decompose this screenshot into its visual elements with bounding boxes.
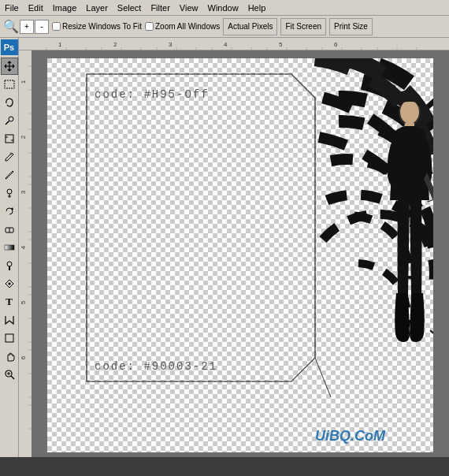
- tool-history-brush[interactable]: [1, 203, 18, 220]
- svg-text:6: 6: [334, 41, 338, 48]
- menu-file[interactable]: File: [0, 2, 24, 14]
- canvas-content: code: #H95-Off code: #90003-21: [47, 58, 433, 452]
- svg-point-6: [9, 153, 12, 155]
- svg-text:5: 5: [279, 41, 283, 48]
- tool-zoom[interactable]: [1, 366, 18, 383]
- tool-brush[interactable]: [1, 166, 18, 184]
- menubar: File Edit Image Layer Select Filter View…: [0, 0, 449, 16]
- tool-lasso[interactable]: [1, 94, 18, 111]
- svg-text:code: #H95-Off: code: #H95-Off: [95, 88, 210, 101]
- svg-text:1: 1: [20, 80, 27, 84]
- menu-filter[interactable]: Filter: [146, 2, 174, 14]
- svg-text:2: 2: [20, 135, 27, 139]
- svg-text:4: 4: [20, 245, 27, 249]
- menu-help[interactable]: Help: [243, 2, 271, 14]
- resize-windows-checkbox[interactable]: [52, 22, 61, 31]
- tool-move[interactable]: [1, 58, 18, 75]
- svg-text:2: 2: [113, 41, 117, 48]
- svg-text:UiBQ.CoM: UiBQ.CoM: [315, 428, 386, 444]
- svg-text:3: 3: [20, 190, 27, 194]
- actual-pixels-btn[interactable]: Actual Pixels: [223, 18, 277, 35]
- ps-logo: Ps: [1, 39, 18, 55]
- tool-clone-stamp[interactable]: [1, 184, 18, 202]
- zoom-out-btn[interactable]: -: [35, 20, 49, 34]
- svg-text:4: 4: [224, 41, 228, 48]
- menu-select[interactable]: Select: [113, 2, 147, 14]
- svg-rect-10: [5, 245, 14, 250]
- menu-view[interactable]: View: [175, 2, 203, 14]
- tool-eraser[interactable]: [1, 221, 18, 238]
- ruler-top: 1 2 3 4 5 6: [19, 38, 449, 50]
- svg-text:6: 6: [20, 355, 27, 359]
- svg-line-16: [11, 376, 14, 379]
- menu-image[interactable]: Image: [48, 2, 82, 14]
- ruler-left-svg: 1 2 3 4 5 6: [19, 50, 32, 457]
- tool-dodge[interactable]: [1, 257, 18, 274]
- svg-text:3: 3: [169, 41, 173, 48]
- svg-rect-0: [5, 80, 14, 88]
- tool-shape[interactable]: [1, 329, 18, 347]
- svg-rect-19: [19, 38, 449, 50]
- zoom-in-btn[interactable]: +: [20, 20, 34, 34]
- tool-marquee-rect[interactable]: [1, 76, 18, 93]
- menu-window[interactable]: Window: [203, 2, 243, 14]
- zoom-all-checkbox[interactable]: [145, 22, 154, 31]
- toolbar: 🔍 + - Resize Windows To Fit Zoom All Win…: [0, 16, 449, 38]
- svg-rect-14: [6, 334, 13, 342]
- canvas-area: 1 2 3 4 5 6: [19, 38, 449, 457]
- svg-point-13: [8, 283, 10, 285]
- svg-text:code: #90003-21: code: #90003-21: [95, 360, 217, 373]
- resize-windows-checkbox-label[interactable]: Resize Windows To Fit: [52, 22, 142, 31]
- menu-edit[interactable]: Edit: [24, 2, 48, 14]
- svg-rect-3: [6, 135, 13, 143]
- ruler-left: 1 2 3 4 5 6: [19, 50, 32, 457]
- svg-text:1: 1: [58, 41, 62, 48]
- svg-rect-47: [19, 50, 32, 457]
- tool-type[interactable]: T: [1, 293, 18, 311]
- ruler-top-svg: 1 2 3 4 5 6: [19, 38, 449, 50]
- tool-eyedropper[interactable]: [1, 148, 18, 165]
- svg-line-2: [6, 121, 9, 125]
- svg-point-84: [400, 100, 419, 124]
- svg-point-11: [7, 262, 12, 266]
- tool-path-select[interactable]: [1, 311, 18, 329]
- tool-crop[interactable]: [1, 130, 18, 147]
- tool-pen[interactable]: [1, 275, 18, 292]
- canvas-wrapper: code: #H95-Off code: #90003-21: [32, 50, 449, 457]
- zoom-all-checkbox-label[interactable]: Zoom All Windows: [145, 22, 220, 31]
- zoom-tool-group: 🔍 + -: [3, 19, 49, 34]
- svg-text:5: 5: [20, 300, 27, 304]
- tool-magic-wand[interactable]: [1, 112, 18, 129]
- zoom-icon[interactable]: 🔍: [3, 19, 19, 34]
- type-icon: T: [6, 296, 13, 308]
- tools-panel: Ps: [0, 38, 19, 457]
- main-area: Ps: [0, 38, 449, 457]
- menu-layer[interactable]: Layer: [81, 2, 113, 14]
- tool-gradient[interactable]: [1, 239, 18, 256]
- print-size-btn[interactable]: Print Size: [329, 18, 373, 35]
- fit-screen-btn[interactable]: Fit Screen: [280, 18, 326, 35]
- canvas-svg: code: #H95-Off code: #90003-21: [47, 58, 433, 452]
- svg-point-7: [7, 189, 12, 194]
- tool-hand[interactable]: [1, 348, 18, 365]
